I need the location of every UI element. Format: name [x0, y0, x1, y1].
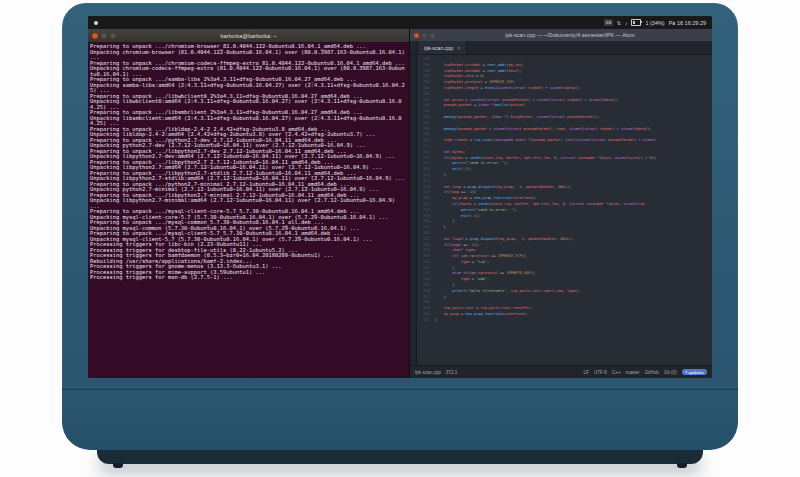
terminal-line: Unpacking samba-libs:amd64 (2:4.3.11+dfs… — [90, 83, 407, 94]
tab-label: ipk-scan.cpp — [424, 45, 453, 51]
battery-icon[interactable] — [631, 19, 641, 26]
atom-window: ipk-scan.cpp — ~/Dokumenty/4.semester/IP… — [410, 29, 712, 378]
minimize-button[interactable] — [422, 33, 427, 38]
status-item[interactable]: GitHub — [645, 370, 659, 375]
network-icon[interactable]: ⇅ — [617, 20, 621, 26]
updates-badge[interactable]: 7 updates — [682, 369, 707, 375]
atom-window-title: ipk-scan.cpp — ~/Dokumenty/4.semester/IP… — [434, 32, 706, 38]
status-item[interactable]: master — [626, 370, 640, 375]
desktop-topbar: cs ⇅ ♪ 1 (34%) Pá 16 16:29:29 — [88, 16, 712, 29]
left-dock-toggle[interactable] — [410, 55, 417, 365]
status-item[interactable]: Git (0) — [664, 370, 677, 375]
status-item[interactable]: LF — [584, 370, 589, 375]
minimize-button[interactable] — [101, 33, 107, 39]
terminal-window: barborka@barborka: ~ Preparing to unpack… — [88, 29, 410, 378]
laptop-foot — [113, 463, 123, 468]
close-button[interactable] — [414, 33, 419, 38]
status-file[interactable]: ipk-scan.cpp — [415, 370, 441, 375]
terminal-line: Unpacking libsmbclient:amd64 (2:4.3.11+d… — [90, 116, 407, 127]
line-number-gutter: 2962972982993003013023033043053063073083… — [417, 55, 432, 365]
tab-bar: ipk-scan.cpp × — [410, 41, 712, 55]
laptop-mockup: cs ⇅ ♪ 1 (34%) Pá 16 16:29:29 — [62, 3, 738, 464]
status-item[interactable]: C++ — [612, 370, 621, 375]
line-number: 341 — [417, 318, 430, 324]
code-editor[interactable]: tcpPacket.srcAddr = inet_addr(my_ip); tc… — [432, 55, 712, 365]
code-line: } — [435, 318, 712, 324]
status-bar: ipk-scan.cpp 372:1 LFUTF-8C++masterGitHu… — [410, 365, 712, 378]
laptop-base — [62, 388, 738, 450]
status-item[interactable]: UTF-8 — [594, 370, 607, 375]
keyboard-layout-indicator[interactable]: cs — [604, 19, 613, 26]
tab-ipk-scan-cpp[interactable]: ipk-scan.cpp × — [417, 41, 467, 54]
terminal-line: Processing triggers for man-db (2.7.5-1)… — [90, 275, 407, 281]
terminal-title: barborka@barborka: ~ — [112, 33, 385, 39]
app-indicator-icon[interactable] — [94, 21, 98, 25]
terminal-line: Unpacking chromium-browser (81.0.4044.12… — [90, 50, 407, 61]
terminal-output[interactable]: Preparing to unpack .../chromium-browser… — [88, 42, 409, 378]
page: cs ⇅ ♪ 1 (34%) Pá 16 16:29:29 — [0, 0, 800, 477]
laptop-lid: cs ⇅ ♪ 1 (34%) Pá 16 16:29:29 — [62, 3, 738, 388]
desktop-windows: barborka@barborka: ~ Preparing to unpack… — [88, 29, 712, 378]
volume-icon[interactable]: ♪ — [625, 20, 628, 26]
topbar-indicators: cs ⇅ ♪ 1 (34%) Pá 16 16:29:29 — [604, 19, 706, 26]
editor-area: 2962972982993003013023033043053063073083… — [410, 55, 712, 365]
terminal-titlebar[interactable]: barborka@barborka: ~ — [88, 29, 409, 42]
close-button[interactable] — [92, 33, 98, 39]
laptop-foot — [677, 463, 687, 468]
status-cursor-position[interactable]: 372:1 — [446, 370, 458, 375]
status-right-items: LFUTF-8C++masterGitHubGit (0)7 updates — [584, 369, 708, 375]
tab-close-icon[interactable]: × — [457, 45, 460, 51]
clock[interactable]: Pá 16 16:29:29 — [669, 20, 706, 26]
atom-titlebar[interactable]: ipk-scan.cpp — ~/Dokumenty/4.semester/IP… — [410, 29, 712, 41]
screen: cs ⇅ ♪ 1 (34%) Pá 16 16:29:29 — [88, 16, 712, 378]
laptop-bottom-edge — [97, 450, 703, 464]
battery-label: 1 (34%) — [645, 20, 664, 26]
